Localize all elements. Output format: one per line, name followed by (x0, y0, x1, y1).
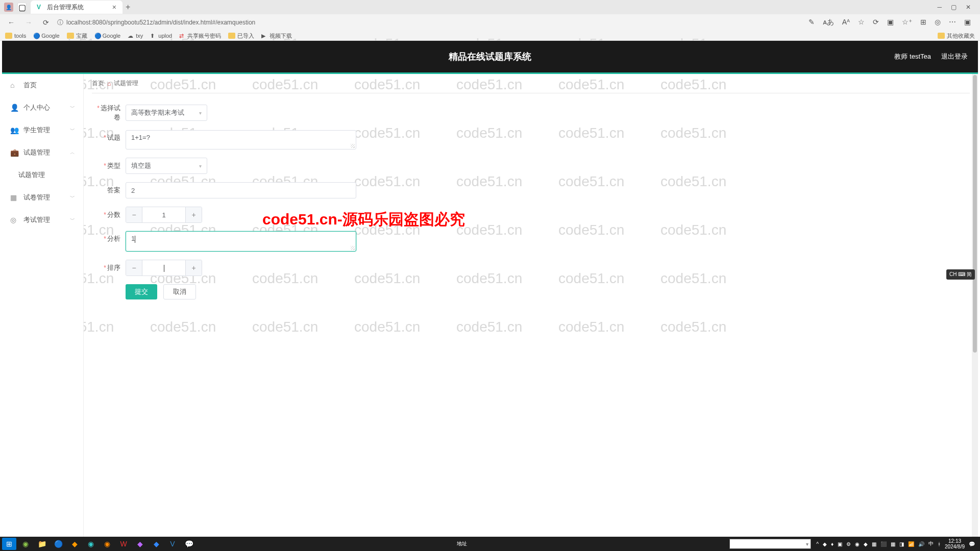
minimize-icon[interactable]: ─ (937, 4, 942, 11)
tray-volume-icon[interactable]: 🔊 (918, 541, 924, 547)
new-tab-icon[interactable]: + (126, 3, 130, 12)
collections-icon[interactable]: ▣ (887, 18, 894, 27)
refresh-icon[interactable]: ⟳ (40, 18, 52, 27)
main-content: 首页 ⌂ 试题管理 *选择试卷 高等数学期末考试▾ *试题 1+1=? *类型 … (84, 74, 978, 537)
sidebar-icon[interactable]: ▣ (964, 18, 971, 27)
bookmark-item[interactable]: 🔵Google (94, 33, 120, 39)
ext2-icon[interactable]: ◎ (935, 18, 941, 27)
favorite-icon[interactable]: ☆ (858, 18, 865, 27)
taskbar-addr-input[interactable]: ▾ (729, 539, 811, 549)
tray-clock[interactable]: 12:13 2024/8/9 (945, 538, 965, 549)
tray-arrow-icon[interactable]: ^ (816, 541, 819, 547)
label-score: *分数 (92, 210, 120, 219)
tray-item-icon[interactable]: ◉ (855, 541, 860, 547)
tray-item-icon[interactable]: ▣ (838, 541, 842, 547)
tab-close-icon[interactable]: × (112, 3, 116, 11)
chrome-icon[interactable]: 🔵 (51, 538, 65, 550)
translate-icon[interactable]: ᴀあ (823, 18, 834, 27)
sync-icon[interactable]: ⟳ (873, 18, 879, 27)
bookmark-item[interactable]: 🔵Google (33, 33, 59, 39)
bookmark-folder[interactable]: 宝藏 (67, 32, 87, 40)
sidebar-item-paper[interactable]: ▦试卷管理﹀ (2, 186, 83, 209)
tray-item-icon[interactable]: ♦ (831, 541, 834, 547)
app3-icon[interactable]: ◆ (149, 538, 163, 550)
sidebar-subitem-question[interactable]: 试题管理 (2, 164, 83, 186)
edit-icon[interactable]: ✎ (808, 18, 815, 27)
more-icon[interactable]: ⋯ (949, 18, 956, 27)
tray-wifi-icon[interactable]: 📶 (908, 541, 914, 547)
number-order[interactable]: − + (126, 260, 202, 276)
addfav-icon[interactable]: ☆⁺ (902, 18, 912, 27)
bookmark-item[interactable]: ⬆uplod (150, 33, 172, 39)
bookmark-item[interactable]: ▶视频下载 (261, 32, 292, 40)
select-type[interactable]: 填空题▾ (126, 158, 207, 174)
wechat-icon[interactable]: 💬 (182, 538, 196, 550)
wps-icon[interactable]: W (116, 538, 131, 550)
decrement-button[interactable]: − (126, 207, 142, 222)
input-answer[interactable] (126, 182, 356, 198)
textarea-question[interactable]: 1+1=? (126, 130, 356, 149)
app2-icon[interactable]: ◉ (100, 538, 114, 550)
layout: ⌂首页 👤个人中心﹀ 👥学生管理﹀ 💼试题管理︿ 试题管理 ▦试卷管理﹀ ◎考试… (2, 74, 978, 537)
ime-indicator[interactable]: CH ⌨ 简 (946, 269, 975, 280)
cancel-button[interactable]: 取消 (163, 284, 196, 299)
sidebar-item-question[interactable]: 💼试题管理︿ (2, 141, 83, 164)
start-icon[interactable]: ⊞ (2, 538, 16, 550)
order-value[interactable] (142, 264, 185, 272)
close-window-icon[interactable]: ✕ (966, 4, 971, 11)
breadcrumb-home[interactable]: 首页 (92, 79, 104, 88)
folder-icon (67, 33, 74, 39)
edge-icon[interactable]: ◉ (84, 538, 98, 550)
app-icon[interactable]: ◉ (18, 538, 33, 550)
ide-icon[interactable]: ◆ (133, 538, 147, 550)
sublime-icon[interactable]: ◆ (67, 538, 82, 550)
bookmark-item[interactable]: ⇄共享账号密码 (179, 32, 221, 40)
scrollbar-thumb[interactable] (973, 75, 977, 353)
logout-link[interactable]: 退出登录 (941, 52, 968, 61)
tray-item-icon[interactable]: ⚙ (846, 541, 851, 547)
resize-handle-icon[interactable] (351, 246, 355, 250)
url-input[interactable]: ⓘ localhost:8080/springbootu521z/admin/d… (57, 18, 799, 27)
increment-button[interactable]: + (185, 207, 202, 222)
score-value[interactable]: 1 (142, 211, 185, 219)
sidebar-item-exam[interactable]: ◎考试管理﹀ (2, 209, 83, 231)
forward-icon[interactable]: → (22, 18, 35, 27)
chevron-down-icon: ▾ (199, 110, 202, 116)
browser-tab[interactable]: V 后台管理系统 × (31, 1, 122, 14)
reader-icon[interactable]: Aᴬ (842, 18, 850, 27)
textarea-analysis[interactable]: 1 (126, 231, 356, 252)
sidebar-item-home[interactable]: ⌂首页 (2, 74, 83, 96)
submit-button[interactable]: 提交 (126, 284, 157, 299)
user-label[interactable]: 教师 testTea (894, 52, 931, 61)
back-icon[interactable]: ← (5, 18, 17, 27)
app4-icon[interactable]: V (165, 538, 180, 550)
row-order: *排序 − + (92, 260, 970, 276)
bookmark-folder[interactable]: tools (5, 33, 26, 39)
increment-button[interactable]: + (185, 260, 202, 276)
sidebar-item-profile[interactable]: 👤个人中心﹀ (2, 96, 83, 119)
number-score[interactable]: − 1 + (126, 207, 202, 223)
tray-item-icon[interactable]: ◆ (864, 541, 868, 547)
bookmark-folder[interactable]: 已导入 (228, 32, 254, 40)
explorer-icon[interactable]: 📁 (35, 538, 49, 550)
tab-manager-icon[interactable]: ▢ (17, 3, 27, 12)
decrement-button[interactable]: − (126, 260, 142, 276)
tray-bt-icon[interactable]: ᚼ (938, 541, 941, 547)
profile-icon[interactable]: 👤 (4, 3, 13, 12)
tray-item-icon[interactable]: ⬛ (880, 541, 887, 547)
tray-item-icon[interactable]: ▦ (891, 541, 895, 547)
bookmark-item[interactable]: ☁txy (128, 33, 143, 39)
tray-item-icon[interactable]: ▦ (872, 541, 876, 547)
sidebar-item-student[interactable]: 👥学生管理﹀ (2, 119, 83, 141)
resize-handle-icon[interactable] (351, 144, 355, 148)
tray-notify-icon[interactable]: 💬 (969, 541, 975, 547)
tray-ime-icon[interactable]: 中 (928, 540, 934, 547)
tray-item-icon[interactable]: ◨ (899, 541, 904, 547)
bookmark-other-folder[interactable]: 其他收藏夹 (938, 32, 975, 40)
scrollbar-track[interactable] (972, 74, 978, 537)
form-area: *选择试卷 高等数学期末考试▾ *试题 1+1=? *类型 填空题▾ 答案 *分… (92, 93, 970, 310)
maximize-icon[interactable]: ▢ (951, 4, 957, 11)
tray-item-icon[interactable]: ◆ (823, 541, 827, 547)
extensions-icon[interactable]: ⊞ (920, 18, 926, 27)
select-paper[interactable]: 高等数学期末考试▾ (126, 105, 207, 121)
